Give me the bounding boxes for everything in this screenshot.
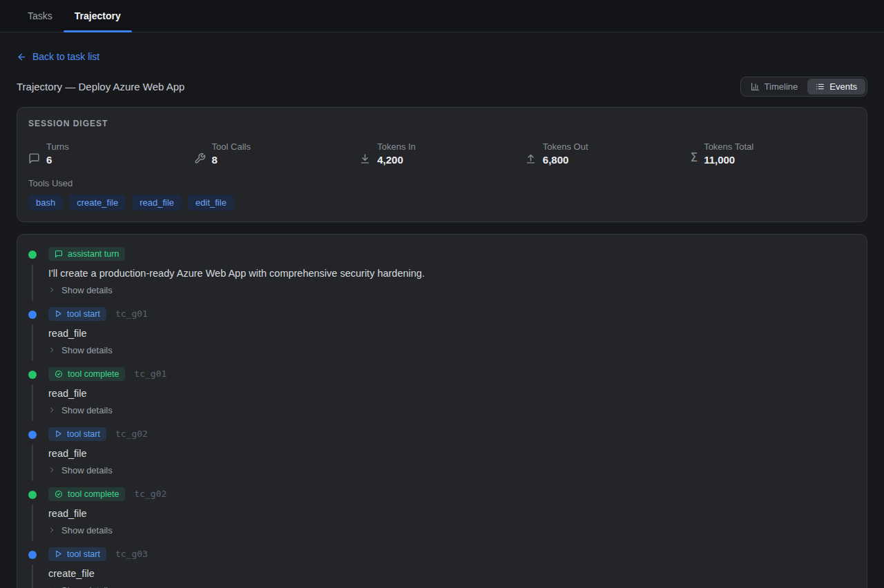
stat-value: 11,000 — [704, 154, 753, 166]
event-type-badge: assistant turn — [48, 247, 125, 261]
page-title: Trajectory — Deploy Azure Web App — [17, 81, 184, 92]
event-status-dot — [28, 251, 37, 259]
event-row: tool complete tc_g01 read_file Show deta… — [28, 367, 856, 427]
message-square-icon — [55, 250, 63, 258]
tool-call-id: tc_g01 — [134, 369, 166, 379]
timeline-view-button[interactable]: Timeline — [742, 79, 807, 95]
event-row: assistant turn I'll create a production-… — [28, 247, 856, 307]
tool-call-id: tc_g02 — [134, 489, 166, 499]
event-status-dot — [28, 551, 37, 559]
stat-tokens-in: Tokens In 4,200 — [359, 141, 525, 166]
tool-badge: bash — [28, 195, 63, 210]
stat-label: Turns — [46, 141, 69, 152]
event-type-badge: tool complete — [48, 487, 125, 501]
event-row: tool start tc_g01 read_file Show details — [28, 307, 856, 367]
event-body-text: read_file — [48, 508, 856, 519]
event-row: tool start tc_g02 read_file Show details — [28, 427, 856, 487]
chevron-right-icon — [48, 346, 55, 353]
show-details-label: Show details — [61, 585, 113, 588]
show-details-label: Show details — [61, 345, 113, 355]
check-circle-icon — [55, 490, 63, 498]
show-details-toggle[interactable]: Show details — [48, 345, 856, 355]
event-connector-line — [32, 324, 33, 361]
event-type-badge: tool start — [48, 427, 106, 441]
list-icon — [816, 82, 825, 91]
bar-chart-icon — [751, 82, 760, 91]
chevron-right-icon — [48, 406, 55, 413]
event-type-badge: tool start — [48, 307, 106, 321]
stat-label: Tokens Total — [704, 141, 753, 152]
stat-tokens-total: Σ Tokens Total 11,000 — [690, 141, 856, 166]
chevron-right-icon — [48, 527, 55, 533]
play-icon — [55, 550, 62, 558]
event-badge-label: tool complete — [68, 369, 119, 379]
show-details-toggle[interactable]: Show details — [48, 525, 856, 536]
event-header: tool start tc_g03 — [48, 547, 856, 561]
event-badge-label: tool start — [67, 429, 100, 439]
event-type-badge: tool start — [48, 547, 106, 561]
tool-badge: read_file — [132, 195, 182, 210]
tool-badge: edit_file — [188, 195, 234, 210]
events-view-button[interactable]: Events — [807, 79, 865, 95]
timeline-button-label: Timeline — [765, 81, 798, 92]
stat-turns: Turns 6 — [28, 141, 194, 166]
show-details-label: Show details — [61, 525, 113, 536]
tool-call-id: tc_g03 — [115, 549, 148, 559]
event-body-text: read_file — [48, 328, 856, 339]
show-details-label: Show details — [61, 405, 113, 415]
events-list-card: assistant turn I'll create a production-… — [17, 234, 867, 588]
tab-tasks[interactable]: Tasks — [17, 0, 64, 32]
page-content: Back to task list Trajectory — Deploy Az… — [0, 32, 884, 588]
chevron-right-icon — [48, 467, 55, 473]
tool-call-id: tc_g02 — [115, 429, 148, 439]
back-link-label: Back to task list — [32, 51, 99, 62]
play-icon — [55, 310, 62, 317]
event-row: tool start tc_g03 create_file Show detai… — [28, 547, 856, 588]
stat-value: 6 — [46, 154, 69, 166]
stat-value: 6,800 — [543, 154, 588, 166]
event-badge-label: tool start — [67, 309, 100, 319]
event-badge-label: tool start — [67, 549, 100, 559]
trajectory-header: Trajectory — Deploy Azure Web App Timeli… — [17, 77, 867, 97]
back-to-task-list-link[interactable]: Back to task list — [17, 51, 99, 62]
upload-arrow-icon — [525, 153, 537, 164]
event-status-dot — [28, 431, 37, 439]
show-details-toggle[interactable]: Show details — [48, 405, 856, 415]
view-mode-toggle: Timeline Events — [740, 77, 867, 97]
show-details-toggle[interactable]: Show details — [48, 285, 856, 295]
tools-used-label: Tools Used — [28, 178, 856, 188]
event-connector-line — [32, 384, 33, 421]
download-arrow-icon — [359, 153, 371, 164]
event-status-dot — [28, 311, 37, 319]
show-details-toggle[interactable]: Show details — [48, 465, 856, 476]
stat-tool-calls: Tool Calls 8 — [194, 141, 360, 166]
event-connector-line — [32, 264, 33, 301]
stat-label: Tool Calls — [212, 141, 251, 152]
event-connector-line — [32, 504, 33, 541]
session-digest-card: SESSION DIGEST Turns 6 Tool Calls 8 — [17, 107, 867, 222]
session-digest-title: SESSION DIGEST — [28, 119, 856, 128]
tab-trajectory[interactable]: Trajectory — [64, 0, 132, 32]
event-row: tool complete tc_g02 read_file Show deta… — [28, 487, 856, 547]
stat-value: 8 — [212, 154, 251, 166]
event-badge-label: tool complete — [68, 489, 119, 499]
events-button-label: Events — [829, 81, 857, 92]
digest-stats-row: Turns 6 Tool Calls 8 Tokens In — [28, 141, 856, 166]
event-body-text: create_file — [48, 568, 856, 579]
top-tab-bar: Tasks Trajectory — [0, 0, 884, 32]
sigma-icon: Σ — [690, 152, 698, 164]
event-body-text: read_file — [48, 388, 856, 399]
event-status-dot — [28, 371, 37, 379]
event-header: tool start tc_g02 — [48, 427, 856, 441]
show-details-toggle[interactable]: Show details — [48, 585, 856, 588]
event-status-dot — [28, 491, 37, 499]
event-header: assistant turn — [48, 247, 856, 261]
event-body-text: read_file — [48, 448, 856, 459]
event-connector-line — [32, 444, 33, 481]
tool-call-id: tc_g01 — [115, 308, 148, 319]
play-icon — [55, 430, 62, 438]
show-details-label: Show details — [61, 465, 113, 476]
event-header: tool complete tc_g01 — [48, 367, 856, 381]
event-badge-label: assistant turn — [68, 249, 119, 259]
show-details-label: Show details — [61, 285, 113, 295]
